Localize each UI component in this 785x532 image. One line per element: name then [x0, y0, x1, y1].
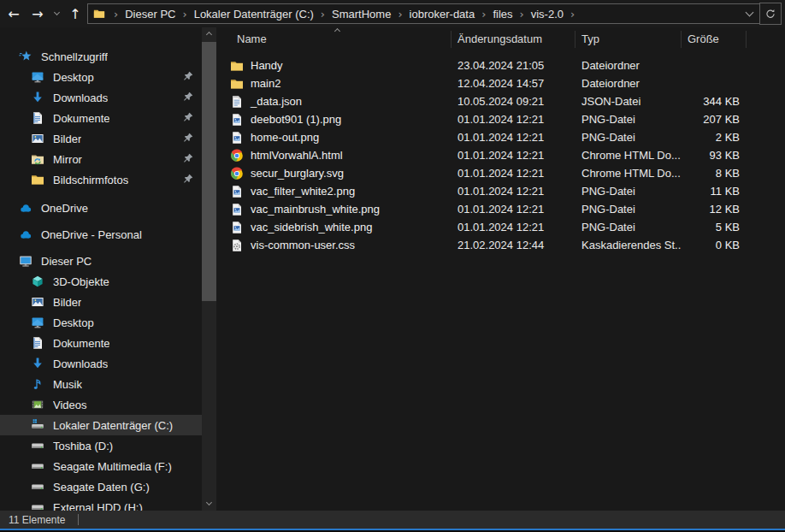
table-row[interactable]: deebot901 (1).png 01.01.2024 12:21 PNG-D… — [216, 110, 785, 128]
folder-icon — [31, 173, 44, 186]
table-row[interactable]: Handy 23.04.2024 21:05 Dateiordner — [216, 56, 785, 74]
table-row[interactable]: vis-common-user.css 21.02.2024 12:44 Kas… — [216, 236, 785, 254]
table-row[interactable]: home-out.png 01.01.2024 12:21 PNG-Datei … — [216, 128, 785, 146]
file-name: main2 — [251, 77, 280, 90]
breadcrumb-separator: › — [107, 8, 125, 21]
desktop-icon — [31, 316, 44, 329]
notepad-file-icon — [230, 95, 244, 109]
scrollbar-down-arrow[interactable] — [202, 497, 216, 511]
file-name: vac_sidebrish_white.png — [251, 221, 372, 233]
sidebar-item-pc-dokumente[interactable]: Dokumente — [0, 333, 202, 353]
breadcrumb-separator: › — [175, 8, 193, 21]
folder-sync-icon — [31, 152, 44, 166]
breadcrumb-segment[interactable]: iobroker-data — [410, 8, 475, 21]
table-row[interactable]: main2 12.04.2024 14:57 Dateiordner — [216, 74, 785, 92]
file-name: vis-common-user.css — [251, 239, 355, 251]
up-button[interactable]: ↑ — [63, 2, 87, 26]
sidebar-item-this-pc[interactable]: Dieser PC — [0, 251, 202, 271]
table-row[interactable]: vac_filter_white2.png 01.01.2024 12:21 P… — [216, 182, 785, 200]
sidebar-item-label: Mirror — [53, 153, 82, 166]
pictures-icon — [31, 295, 44, 309]
address-bar[interactable]: › Dieser PC › Lokaler Datenträger (C:) ›… — [87, 3, 760, 24]
file-size: 93 KB — [682, 149, 747, 162]
sidebar-item-dokumente[interactable]: Dokumente — [0, 108, 202, 128]
file-date: 01.01.2024 12:21 — [452, 131, 575, 144]
sidebar-item-label: Seagate Daten (G:) — [53, 481, 150, 494]
sidebar-item-onedrive-personal[interactable]: OneDrive - Personal — [0, 224, 202, 245]
table-row[interactable]: secur_burglary.svg 01.01.2024 12:21 Chro… — [216, 164, 785, 182]
refresh-button[interactable] — [759, 3, 782, 25]
pin-icon — [182, 173, 194, 185]
breadcrumb-segment[interactable]: vis-2.0 — [531, 8, 564, 21]
file-name: htmlVorwahlA.html — [251, 149, 343, 162]
sidebar-item-bildschirmfotos[interactable]: Bildschirmfotos — [0, 169, 202, 190]
table-row[interactable]: vac_sidebrish_white.png 01.01.2024 12:21… — [216, 218, 785, 236]
download-icon — [31, 357, 44, 370]
sidebar-scrollbar[interactable] — [202, 27, 216, 511]
sidebar-item-label: 3D-Objekte — [53, 275, 109, 288]
sidebar-item-label: Desktop — [53, 71, 94, 84]
items-count: 11 Elemente — [9, 514, 66, 526]
arrow-left-icon: ← — [8, 6, 19, 22]
sidebar-item-downloads[interactable]: Downloads — [0, 87, 202, 108]
breadcrumb-segment[interactable]: Dieser PC — [125, 8, 175, 21]
breadcrumb-separator: › — [314, 8, 332, 21]
sidebar-item-bilder[interactable]: Bilder — [0, 128, 202, 149]
sidebar-item-external-hdd-h[interactable]: External HDD (H:) — [0, 497, 202, 511]
sidebar-item-videos[interactable]: Videos — [0, 394, 202, 415]
pin-icon — [182, 111, 194, 123]
file-date: 10.05.2024 09:21 — [452, 95, 575, 108]
sidebar-item-onedrive[interactable]: OneDrive — [0, 198, 202, 218]
table-row[interactable]: htmlVorwahlA.html 01.01.2024 12:21 Chrom… — [216, 146, 785, 164]
column-header-type[interactable]: Typ — [575, 31, 682, 48]
recent-locations-button[interactable] — [50, 2, 63, 26]
file-size: 11 KB — [682, 185, 747, 198]
back-button[interactable]: ← — [2, 2, 26, 26]
refresh-icon — [764, 8, 776, 20]
table-row[interactable]: vac_mainbrush_white.png 01.01.2024 12:21… — [216, 200, 785, 218]
forward-button[interactable]: → — [26, 2, 50, 26]
column-header-date[interactable]: Änderungsdatum — [452, 31, 575, 48]
sidebar-item-desktop[interactable]: Desktop — [0, 67, 202, 87]
pictures-icon — [31, 132, 44, 145]
download-icon — [31, 91, 44, 104]
sidebar-item-quick-access[interactable]: Schnellzugriff — [0, 46, 202, 67]
sidebar-item-local-disk-c[interactable]: Lokaler Datenträger (C:) — [0, 415, 202, 435]
breadcrumb-segment[interactable]: files — [493, 8, 512, 21]
os-drive-icon — [31, 418, 44, 432]
folder-icon — [93, 8, 105, 20]
sidebar-item-musik[interactable]: Musik — [0, 374, 202, 394]
table-row[interactable]: _data.json 10.05.2024 09:21 JSON-Datei 3… — [216, 92, 785, 110]
breadcrumb-separator: › — [564, 8, 581, 21]
sidebar-item-pc-bilder[interactable]: Bilder — [0, 292, 202, 312]
file-type: PNG-Datei — [575, 203, 682, 216]
cloud-icon — [19, 201, 32, 215]
sidebar-item-mirror[interactable]: Mirror — [0, 149, 202, 169]
breadcrumb-separator: › — [391, 8, 409, 21]
column-header-size[interactable]: Größe — [682, 31, 747, 48]
chrome-file-icon — [230, 149, 244, 163]
sidebar-item-seagate-multimedia-f[interactable]: Seagate Multimedia (F:) — [0, 456, 202, 476]
sidebar-item-label: Dokumente — [53, 337, 109, 350]
file-size: 207 KB — [682, 113, 747, 126]
sidebar-item-3d-objekte[interactable]: 3D-Objekte — [0, 271, 202, 292]
sidebar-item-pc-desktop[interactable]: Desktop — [0, 312, 202, 333]
sidebar-item-label: Videos — [53, 399, 87, 411]
scrollbar-up-arrow[interactable] — [202, 27, 216, 41]
address-dropdown-chevron-down-icon[interactable] — [746, 9, 754, 17]
file-name: vac_filter_white2.png — [251, 185, 355, 198]
column-headers: Name Änderungsdatum Typ Größe — [216, 27, 785, 51]
column-header-name[interactable]: Name — [216, 31, 452, 48]
column-header-filler — [747, 31, 785, 48]
breadcrumb-segment[interactable]: SmartHome — [332, 8, 391, 21]
file-date: 12.04.2024 14:57 — [452, 77, 575, 90]
breadcrumb-segment[interactable]: Lokaler Datenträger (C:) — [194, 8, 314, 21]
sidebar-item-label: Dokumente — [53, 112, 109, 125]
music-note-icon — [31, 377, 44, 391]
sidebar-item-pc-downloads[interactable]: Downloads — [0, 353, 202, 374]
sidebar-item-seagate-daten-g[interactable]: Seagate Daten (G:) — [0, 476, 202, 497]
image-file-icon — [230, 221, 244, 234]
sidebar-item-toshiba-d[interactable]: Toshiba (D:) — [0, 435, 202, 456]
file-size: 344 KB — [682, 95, 747, 108]
scrollbar-thumb[interactable] — [202, 42, 216, 301]
